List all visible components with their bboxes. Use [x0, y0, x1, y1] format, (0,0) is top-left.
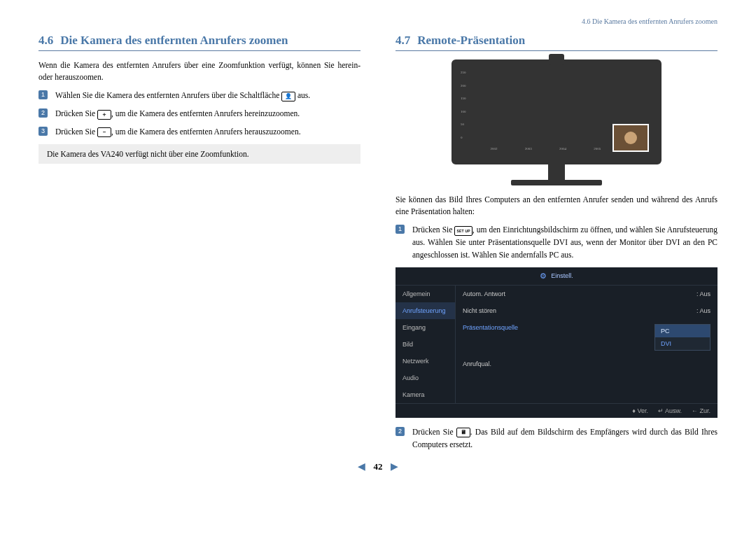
step-4-7-1: 1 Drücken Sie SET UP, um den Einrichtung… [408, 224, 718, 261]
steps-4-6: 1 Wählen Sie die Kamera des entfernten A… [38, 90, 360, 138]
settings-row[interactable]: Anrufqual. [463, 356, 710, 372]
avatar [624, 132, 637, 144]
page-number: 42 [374, 461, 383, 472]
settings-row[interactable]: Nicht stören: Aus [463, 302, 710, 319]
y-tick: 200 [461, 84, 466, 87]
settings-sidebar-item[interactable]: Eingang [396, 319, 455, 336]
col-right: 4.7Remote-Präsentation 250200150100500 2… [396, 34, 718, 456]
monitor-button-icon: 🖥 [456, 428, 470, 437]
settings-row[interactable]: Autom. Antwort: Aus [463, 286, 710, 302]
settings-row-label: Nicht stören [463, 307, 496, 314]
minus-icon: － [97, 127, 111, 137]
settings-sidebar-item[interactable]: Netzwerk [396, 353, 455, 370]
step-4-6-3-post: , um die Kamera des entfernten Anrufers … [111, 127, 300, 136]
settings-row-label: Präsentationsquelle [463, 324, 518, 351]
pager: ◀ 42 ▶ [38, 461, 718, 472]
step-4-6-3-pre: Drücken Sie [55, 127, 97, 136]
heading-4-7: 4.7Remote-Präsentation [396, 34, 718, 48]
monitor-base [511, 180, 602, 185]
step-marker-2b: 2 [396, 427, 405, 436]
monitor-neck [548, 164, 565, 180]
settings-row[interactable]: PräsentationsquellePCDVI [463, 319, 710, 356]
col-left: 4.6Die Kamera des entfernten Anrufers zo… [38, 34, 360, 456]
step-4-7-1-pre: Drücken Sie [412, 225, 454, 234]
settings-sidebar-item[interactable]: Kamera [396, 386, 455, 403]
step-4-6-2: 2 Drücken Sie ＋, um die Kamera des entfe… [51, 108, 360, 120]
y-tick: 150 [461, 97, 466, 100]
step-marker-1: 1 [38, 90, 48, 99]
settings-sidebar-item[interactable]: Bild [396, 336, 455, 353]
dropdown-option[interactable]: DVI [655, 337, 710, 350]
settings-row-label: Anrufqual. [463, 360, 491, 367]
step-4-6-1-pre: Wählen Sie die Kamera des entfernten Anr… [55, 91, 281, 99]
settings-main: Autom. Antwort: AusNicht stören: AusPräs… [456, 286, 718, 403]
heading-rule [38, 50, 360, 51]
x-tick: 2004 [559, 147, 566, 150]
presentation-source-dropdown[interactable]: PCDVI [654, 324, 710, 351]
settings-footer-hint: ↵ Ausw. [658, 407, 682, 414]
settings-row-label: Autom. Antwort [463, 290, 505, 297]
x-tick: 2002 [491, 147, 498, 150]
monitor-illustration: 250200150100500 20022003200420052006 [396, 59, 718, 185]
y-tick: 0 [461, 136, 466, 139]
heading-rule-2 [396, 50, 718, 51]
next-page-button[interactable]: ▶ [391, 461, 398, 472]
chart-y-axis: 250200150100500 [461, 71, 466, 139]
settings-title-text: Einstell. [551, 272, 573, 279]
settings-row-value: : Aus [696, 290, 710, 297]
settings-sidebar-item[interactable]: Audio [396, 370, 455, 386]
step-marker-3: 3 [38, 127, 48, 136]
note-va240: Die Kamera des VA240 verfügt nicht über … [38, 144, 360, 164]
step-4-6-3: 3 Drücken Sie －, um die Kamera des entfe… [51, 126, 360, 139]
monitor-screen: 250200150100500 20022003200420052006 [451, 59, 662, 164]
heading-4-7-text: Remote-Präsentation [417, 34, 525, 47]
y-tick: 50 [461, 122, 466, 126]
gear-icon [540, 272, 547, 281]
heading-4-6-text: Die Kamera des entfernten Anrufers zoome… [60, 34, 288, 47]
step-4-7-2: 2 Drücken Sie 🖥. Das Bild auf dem Bildsc… [408, 426, 718, 451]
heading-4-7-num: 4.7 [396, 34, 410, 47]
plus-icon: ＋ [97, 110, 111, 120]
y-tick: 250 [461, 71, 466, 74]
dropdown-option[interactable]: PC [655, 325, 710, 337]
settings-screenshot: Einstell. AllgemeinAnrufsteuerungEingang… [396, 267, 718, 418]
webcam-icon [549, 54, 564, 65]
picture-in-picture [612, 124, 649, 152]
running-head: 4.6 Die Kamera des entfernten Anrufers z… [38, 17, 718, 25]
steps-4-7: 1 Drücken Sie SET UP, um den Einrichtung… [396, 224, 718, 261]
settings-sidebar: AllgemeinAnrufsteuerungEingangBildNetzwe… [396, 286, 456, 403]
step-marker-2: 2 [38, 108, 48, 118]
heading-4-6: 4.6Die Kamera des entfernten Anrufers zo… [38, 34, 360, 48]
x-tick: 2003 [525, 147, 532, 150]
settings-row-value: : Aus [696, 307, 710, 314]
settings-footer-hint: ← Zur. [692, 407, 710, 414]
intro-4-7: Sie können das Bild Ihres Computers an d… [396, 194, 718, 217]
setup-button-icon: SET UP [454, 226, 472, 236]
intro-4-6: Wenn die Kamera des entfernten Anrufers … [38, 59, 360, 83]
step-4-6-1-post: aus. [295, 91, 310, 99]
heading-4-6-num: 4.6 [38, 34, 53, 47]
camera-select-icon: 👤 [281, 92, 295, 101]
y-tick: 100 [461, 110, 466, 113]
settings-footer: ♦ Ver.↵ Ausw.← Zur. [396, 403, 718, 418]
prev-page-button[interactable]: ◀ [358, 461, 365, 472]
step-4-6-1: 1 Wählen Sie die Kamera des entfernten A… [51, 90, 360, 102]
steps-4-7-cont: 2 Drücken Sie 🖥. Das Bild auf dem Bildsc… [396, 426, 718, 451]
step-4-6-2-post: , um die Kamera des entfernten Anrufers … [111, 109, 300, 118]
step-4-6-2-pre: Drücken Sie [55, 109, 97, 118]
x-tick: 2005 [594, 147, 601, 150]
settings-title-bar: Einstell. [396, 267, 718, 286]
step-marker-1b: 1 [396, 225, 405, 234]
settings-footer-hint: ♦ Ver. [632, 407, 648, 414]
step-4-7-2-pre: Drücken Sie [412, 428, 456, 436]
settings-sidebar-item[interactable]: Allgemein [396, 286, 455, 302]
settings-sidebar-item[interactable]: Anrufsteuerung [396, 302, 455, 319]
